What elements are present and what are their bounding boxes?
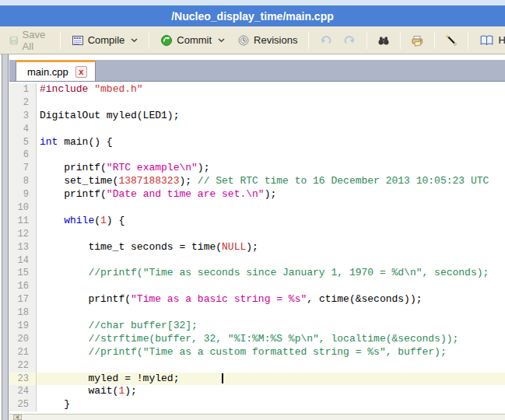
code-text: printf("Time as a basic string = %s", ct… bbox=[37, 293, 423, 306]
code-text bbox=[37, 280, 40, 293]
toolbar-separator bbox=[60, 32, 61, 49]
code-line[interactable]: 23 myled = !myled; bbox=[9, 373, 505, 386]
line-number: 18 bbox=[9, 306, 37, 320]
code-lines: 1#include "mbed.h"23DigitalOut myled(LED… bbox=[9, 83, 505, 411]
redo-icon bbox=[343, 34, 356, 47]
line-number: 17 bbox=[9, 293, 37, 306]
panel-splitter[interactable] bbox=[0, 54, 9, 420]
revisions-label: Revisions bbox=[254, 34, 297, 46]
line-number: 8 bbox=[9, 175, 37, 188]
code-line[interactable]: 22 bbox=[9, 359, 505, 373]
find-button[interactable] bbox=[373, 32, 394, 49]
line-number: 9 bbox=[9, 188, 37, 201]
code-text: time_t seconds = time(NULL); bbox=[37, 241, 258, 254]
code-text: //strftime(buffer, 32, "%I:%M:%S %p\n", … bbox=[37, 333, 458, 346]
toolbar-separator bbox=[468, 32, 468, 49]
line-number: 13 bbox=[9, 241, 37, 254]
code-text: wait(1); bbox=[37, 385, 137, 398]
title-bar: /Nucleo_display_time/main.cpp bbox=[0, 5, 505, 26]
code-line[interactable]: 5int main() { bbox=[9, 136, 505, 149]
commit-button[interactable]: Commit bbox=[156, 32, 230, 49]
line-number: 10 bbox=[9, 201, 37, 215]
code-text bbox=[37, 359, 40, 373]
revisions-button[interactable]: Revisions bbox=[233, 32, 302, 49]
tab-close-button[interactable]: x bbox=[75, 66, 87, 78]
code-text bbox=[37, 228, 40, 241]
code-line[interactable]: 16 bbox=[9, 280, 505, 293]
code-text: int main() { bbox=[37, 136, 113, 149]
printer-icon bbox=[411, 34, 424, 47]
code-line[interactable]: 11 while(1) { bbox=[9, 215, 505, 228]
line-number: 3 bbox=[9, 110, 37, 123]
code-line[interactable]: 3DigitalOut myled(LED1); bbox=[9, 110, 505, 123]
format-wand-button[interactable] bbox=[441, 32, 461, 49]
tab-label: main.cpp bbox=[27, 66, 68, 78]
code-text: myled = !myled; bbox=[37, 373, 223, 386]
code-text: printf("Date and time are set.\n"); bbox=[37, 188, 276, 201]
code-line[interactable]: 15 //printf("Time as seconds since Janua… bbox=[9, 267, 505, 280]
code-line[interactable]: 18 bbox=[9, 306, 505, 320]
code-line[interactable]: 2 bbox=[9, 96, 505, 110]
tab-main-cpp[interactable]: main.cpp x bbox=[16, 60, 96, 81]
line-number: 24 bbox=[9, 385, 37, 398]
code-line[interactable]: 12 bbox=[9, 228, 505, 241]
code-line[interactable]: 4 bbox=[9, 123, 505, 136]
code-line[interactable]: 1#include "mbed.h" bbox=[9, 83, 505, 96]
chevron-down-icon[interactable] bbox=[218, 38, 225, 43]
code-line[interactable]: 7 printf("RTC example\n"); bbox=[9, 162, 505, 175]
mbed-compiler-window: /Nucleo_display_time/main.cpp Save All C… bbox=[0, 0, 505, 420]
line-number: 20 bbox=[9, 333, 37, 346]
code-text: //printf("Time as seconds since January … bbox=[37, 267, 489, 280]
scroll-left-button[interactable] bbox=[13, 415, 22, 420]
code-line[interactable]: 21 //printf("Time as a custom formatted … bbox=[9, 346, 505, 359]
line-number: 4 bbox=[9, 123, 37, 136]
code-text bbox=[37, 149, 40, 162]
horizontal-scrollbar[interactable] bbox=[9, 414, 505, 420]
line-number: 7 bbox=[9, 162, 37, 175]
undo-button[interactable] bbox=[315, 32, 336, 49]
code-line[interactable]: 24 wait(1); bbox=[9, 385, 505, 398]
scroll-left-arrow-icon bbox=[16, 415, 19, 419]
code-editor[interactable]: 1#include "mbed.h"23DigitalOut myled(LED… bbox=[9, 82, 505, 414]
print-button[interactable] bbox=[407, 32, 428, 49]
compile-button[interactable]: Compile bbox=[67, 32, 143, 49]
code-text bbox=[37, 306, 40, 320]
code-text: //char buffer[32]; bbox=[37, 320, 198, 333]
toolbar-separator bbox=[149, 32, 149, 49]
chevron-down-icon[interactable] bbox=[131, 38, 138, 43]
code-line[interactable]: 13 time_t seconds = time(NULL); bbox=[9, 241, 505, 254]
code-text: printf("RTC example\n"); bbox=[37, 162, 209, 175]
code-text bbox=[37, 201, 40, 215]
top-strip bbox=[0, 0, 505, 5]
help-button[interactable]: Help bbox=[475, 32, 505, 49]
code-line[interactable]: 8 set_time(1387188323); // Set RTC time … bbox=[9, 175, 505, 188]
commit-label: Commit bbox=[177, 34, 212, 46]
toolbar-separator bbox=[434, 32, 435, 49]
text-cursor bbox=[222, 373, 223, 383]
code-line[interactable]: 25 } bbox=[9, 398, 505, 411]
code-text bbox=[37, 254, 40, 268]
commit-icon bbox=[160, 34, 173, 47]
redo-button[interactable] bbox=[339, 32, 360, 49]
code-line[interactable]: 20 //strftime(buffer, 32, "%I:%M:%S %p\n… bbox=[9, 333, 505, 346]
line-number: 5 bbox=[9, 136, 37, 149]
compile-icon bbox=[72, 34, 84, 47]
undo-icon bbox=[319, 34, 332, 47]
code-line[interactable]: 10 bbox=[9, 201, 505, 215]
code-line[interactable]: 17 printf("Time as a basic string = %s",… bbox=[9, 293, 505, 306]
toolbar-separator bbox=[400, 32, 401, 49]
save-all-label: Save All bbox=[23, 29, 49, 52]
help-book-icon bbox=[479, 34, 494, 47]
help-label: Help bbox=[498, 34, 505, 46]
line-number: 19 bbox=[9, 320, 37, 333]
code-line[interactable]: 19 //char buffer[32]; bbox=[9, 320, 505, 333]
line-number: 22 bbox=[9, 359, 37, 373]
save-all-button[interactable]: Save All bbox=[5, 26, 54, 54]
code-line[interactable]: 9 printf("Date and time are set.\n"); bbox=[9, 188, 505, 201]
compile-label: Compile bbox=[88, 34, 125, 46]
code-line[interactable]: 6 bbox=[9, 149, 505, 162]
code-line[interactable]: 14 bbox=[9, 254, 505, 268]
file-path-title: /Nucleo_display_time/main.cpp bbox=[171, 10, 334, 23]
binoculars-icon bbox=[377, 34, 390, 47]
line-number: 21 bbox=[9, 346, 37, 359]
